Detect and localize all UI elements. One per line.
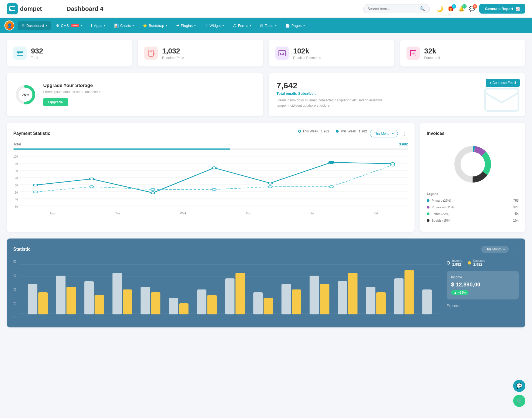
- statistic-menu-btn[interactable]: ⋮: [511, 245, 519, 253]
- app-title: Dashboard 4: [61, 5, 359, 12]
- this-month-filter-btn[interactable]: This Month ▾: [370, 130, 398, 137]
- svg-rect-48: [66, 287, 76, 314]
- chat-icon-btn[interactable]: 💬 5: [469, 6, 475, 12]
- svg-rect-68: [348, 273, 358, 314]
- legend-item-1: This Week 1.982: [298, 129, 329, 133]
- bell-icon-btn[interactable]: 🔔 12: [458, 6, 464, 12]
- payment-menu-btn[interactable]: ⋮: [401, 129, 408, 138]
- cms-icon: ⚙: [56, 24, 59, 28]
- x-axis-labels: Mon Tue Wed Thu Fri Sat: [20, 212, 408, 215]
- nav-item-dashboard[interactable]: ⊞ Dashboard ▾: [18, 21, 51, 30]
- svg-rect-47: [56, 276, 66, 314]
- nav-item-plugins[interactable]: ❤ Plugins ▾: [172, 21, 200, 30]
- search-bar[interactable]: 🔍: [363, 4, 430, 13]
- expense-label: Expense: [473, 259, 485, 262]
- required-price-value: 1,032: [162, 47, 184, 55]
- statistic-title: Statistic: [13, 247, 30, 252]
- svg-point-22: [89, 178, 94, 180]
- svg-rect-60: [236, 273, 245, 314]
- income-info: Income 1.982: [452, 259, 462, 266]
- main-content: 932 Tariff 1,032 Required Price 102k Det…: [0, 33, 532, 341]
- forms-icon: 🖨: [233, 24, 236, 28]
- svg-point-32: [268, 186, 272, 188]
- nav-bar: 👤 ⊞ Dashboard ▾ ⚙ CMS New ▾ ℹ Apps ▾ 📊 C…: [0, 18, 532, 33]
- payment-statistic-card: Payment Statistic This Week 1.982 This W…: [7, 123, 415, 232]
- generate-report-button[interactable]: Generate Report 📈: [479, 4, 525, 14]
- mid-section: 75% Upgrade Your Storage Lorem ipsum dol…: [7, 73, 525, 116]
- invoice-legend-primary: Primary (27%) 763: [427, 199, 519, 202]
- nav-label-forms: Forms: [238, 24, 248, 28]
- statistic-card: Statistic This Month ▾ ⋮ 50 40 30 20 10: [7, 239, 525, 327]
- nav-item-bootstrap[interactable]: ⭐ Bootstrap ▾: [139, 21, 171, 30]
- filter-label: This Month: [374, 132, 390, 135]
- generate-report-label: Generate Report: [485, 7, 513, 11]
- svg-rect-58: [207, 295, 217, 314]
- legend-item-2: This Week 1.982: [336, 129, 367, 133]
- chevron-down-icon-apps: ▾: [104, 24, 105, 27]
- tariff-value: 932: [31, 47, 43, 55]
- chart-icon: 📈: [515, 7, 520, 11]
- charts-row: Payment Statistic This Week 1.982 This W…: [7, 123, 525, 232]
- storage-title: Upgrade Your Storage: [43, 83, 101, 88]
- email-card: + Compose Email 7,642 Total emails Subcr…: [269, 73, 525, 116]
- chevron-down-icon-table: ▾: [275, 24, 277, 27]
- forum-value: 154: [513, 212, 519, 216]
- invoice-legend-socials: Socials (15%) 154: [427, 219, 519, 222]
- required-price-info: 1,032 Required Price: [162, 47, 184, 60]
- primary-label: Primary (27%): [432, 199, 451, 202]
- gift-icon-btn[interactable]: 🎁 2: [448, 6, 454, 12]
- dashboard-icon: ⊞: [22, 24, 25, 28]
- nav-item-apps[interactable]: ℹ Apps ▾: [87, 21, 109, 30]
- income-badge-value: +15%: [458, 291, 466, 294]
- svg-rect-62: [264, 298, 273, 314]
- y-axis-labels: 100 90 80 70 60 50 40 30: [13, 154, 18, 209]
- svg-point-28: [34, 191, 38, 193]
- plugins-icon: ❤: [176, 24, 179, 28]
- nav-item-table[interactable]: ⊟ Table ▾: [256, 21, 280, 30]
- statistic-month-filter-btn[interactable]: This Month ▾: [481, 246, 509, 253]
- bar-chart-area: 50 40 30 20 10: [13, 259, 441, 321]
- svg-rect-63: [282, 284, 291, 314]
- detailed-payments-info: 102k Detailed Payments: [293, 47, 321, 60]
- invoices-card: Invoices ⋮ Legend: [420, 123, 525, 232]
- nav-item-charts[interactable]: 📊 Charts ▾: [110, 21, 138, 30]
- header-icons: 🌙 🎁 2 🔔 12 💬 5: [436, 6, 475, 12]
- statistic-header-right: This Month ▾ ⋮: [481, 245, 519, 253]
- upgrade-button[interactable]: Upgrade: [43, 98, 68, 106]
- nav-label-widget: Widget: [209, 24, 221, 28]
- tariff-info: 932 Tariff: [31, 47, 43, 60]
- legend-dot-1: [298, 130, 301, 133]
- nav-item-cms[interactable]: ⚙ CMS New ▾: [52, 21, 86, 30]
- up-arrow-icon: ▲: [454, 291, 457, 294]
- chevron-down-icon-pages: ▾: [303, 24, 305, 27]
- search-input[interactable]: [367, 7, 417, 11]
- stat-card-tariff: 932 Tariff: [7, 40, 132, 66]
- svg-rect-64: [292, 289, 301, 314]
- svg-point-33: [329, 186, 333, 188]
- income-dot: [447, 261, 450, 265]
- nav-item-widget[interactable]: ♡ Widget ▾: [201, 21, 227, 30]
- legend-value-1: 1.982: [321, 129, 329, 133]
- invoices-menu-btn[interactable]: ⋮: [511, 129, 519, 138]
- chevron-down-icon: ▾: [392, 132, 394, 135]
- svg-rect-12: [485, 89, 518, 111]
- chevron-down-icon-widget: ▾: [222, 24, 224, 27]
- total-value: 3.982: [399, 142, 408, 146]
- nav-label-apps: Apps: [94, 24, 102, 28]
- legend-dot-2: [336, 130, 339, 133]
- top-header: dompet Dashboard 4 🔍 🌙 🎁 2 🔔 12 💬 5 Gene…: [0, 0, 532, 18]
- dark-mode-toggle[interactable]: 🌙: [436, 6, 443, 12]
- ie-legend: Income 1.982 Expense 1.982: [447, 259, 519, 266]
- chevron-down-icon-forms: ▾: [250, 24, 251, 27]
- nav-item-forms[interactable]: 🖨 Forms ▾: [229, 21, 255, 30]
- nav-avatar: 👤: [4, 20, 14, 30]
- storage-info: Upgrade Your Storage Lorem ipsum dolor s…: [43, 83, 101, 106]
- storage-percent-label: 75%: [22, 93, 29, 97]
- bell-badge: 12: [462, 4, 467, 9]
- total-label: Total: [13, 142, 21, 146]
- nav-item-pages[interactable]: 📄 Pages ▾: [282, 21, 309, 30]
- invoices-legend-title: Legend: [427, 192, 519, 196]
- search-icon: 🔍: [420, 6, 425, 11]
- detailed-payments-icon: [275, 47, 289, 60]
- stat-y-axis: 50 40 30 20 10: [13, 259, 16, 320]
